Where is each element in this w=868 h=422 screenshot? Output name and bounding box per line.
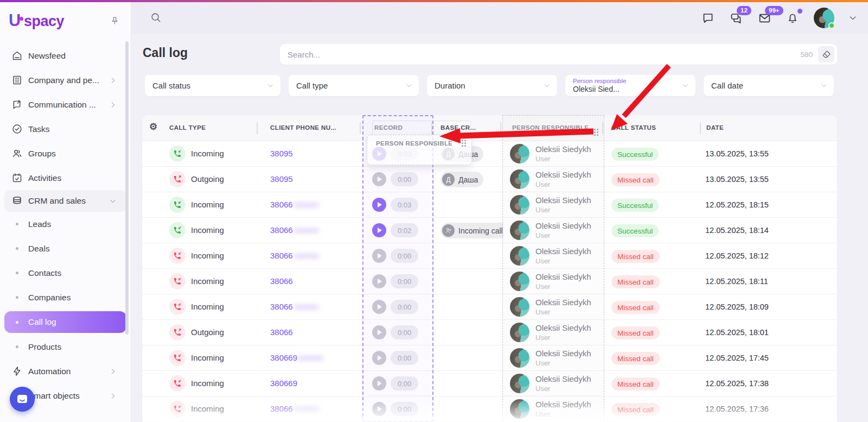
sidebar-item-contacts[interactable]: Contacts	[0, 261, 131, 285]
person-responsible-cell[interactable]: Oleksii SiedykhUser	[510, 348, 591, 368]
sidebar-item-communication[interactable]: Communication ...	[0, 92, 131, 117]
mail-badge: 99+	[765, 6, 783, 15]
person-responsible-cell[interactable]: Oleksii SiedykhUser	[510, 246, 591, 266]
table-settings-gear-icon[interactable]: ⚙	[149, 122, 158, 131]
filter-duration[interactable]: Duration	[427, 75, 557, 96]
column-header-call-status[interactable]: CALL STATUS	[611, 124, 656, 131]
call-date: 12.05.2025, 18:15	[705, 200, 769, 209]
bell-icon[interactable]	[786, 11, 800, 25]
person-responsible-cell[interactable]: Oleksii SiedykhUser	[510, 144, 591, 163]
record-play-button[interactable]	[372, 351, 386, 365]
base-crm-chip[interactable]: Д Даша	[441, 172, 483, 187]
chevron-right-icon	[109, 77, 117, 84]
sidebar-item-leads[interactable]: Leads	[0, 212, 131, 236]
client-phone-number[interactable]: 380669	[270, 353, 323, 362]
table-row[interactable]: Incoming 38066 0:00 Oleksii SiedykhUser …	[142, 243, 837, 269]
record-play-button[interactable]	[372, 300, 386, 314]
person-responsible-cell[interactable]: Oleksii SiedykhUser	[510, 374, 591, 393]
sidebar-item-deals[interactable]: Deals	[0, 236, 131, 261]
profile-chevron-down-icon[interactable]	[848, 14, 857, 22]
person-add-icon	[442, 224, 455, 237]
column-header-person-responsible[interactable]: PERSON RESPONSIBLE	[512, 124, 598, 136]
person-avatar	[510, 323, 529, 342]
person-responsible-cell[interactable]: Oleksii SiedykhUser	[510, 323, 591, 342]
record-play-button[interactable]	[372, 376, 386, 390]
person-responsible-cell[interactable]: Oleksii SiedykhUser	[510, 195, 591, 215]
client-phone-number[interactable]: 38066	[270, 327, 294, 337]
record-play-button[interactable]	[372, 198, 386, 212]
avatar[interactable]	[814, 8, 834, 28]
record-play-button[interactable]	[372, 402, 386, 416]
chip-avatar: Д	[442, 173, 455, 186]
support-chat-button[interactable]	[10, 387, 35, 412]
sidebar-item-call-log[interactable]: Call log	[4, 311, 126, 333]
client-phone-number[interactable]: 38095	[270, 149, 294, 158]
person-responsible-cell[interactable]: Oleksii SiedykhUser	[510, 169, 591, 189]
person-responsible-cell[interactable]: Oleksii SiedykhUser	[510, 272, 591, 291]
person-name: Oleksii Siedykh	[535, 221, 591, 231]
client-phone-number[interactable]: 38066	[270, 404, 319, 413]
sidebar-item-products[interactable]: Products	[0, 335, 131, 359]
clear-search-button[interactable]	[818, 46, 834, 62]
table-row[interactable]: Incoming 38066 0:00 Oleksii SiedykhUser …	[142, 269, 837, 294]
client-phone-number[interactable]: 38066	[270, 251, 319, 260]
client-phone-number[interactable]: 38066	[270, 276, 294, 286]
filter-call-date[interactable]: Call date	[704, 75, 834, 96]
table-row[interactable]: Incoming 38095 0:03 Д Даша Oleksii Siedy…	[142, 141, 837, 167]
client-phone-number[interactable]: 38066	[270, 200, 319, 209]
client-phone-number[interactable]: 38066	[270, 225, 319, 235]
column-header-base-crm[interactable]: BASE CR...	[441, 124, 476, 131]
table-row[interactable]: Incoming 380669 0:00 Oleksii SiedykhUser…	[142, 371, 837, 396]
record-play-button[interactable]	[372, 325, 386, 339]
column-header-client-phone[interactable]: CLIENT PHONE NU...	[270, 124, 336, 131]
pin-sidebar-icon[interactable]	[108, 14, 121, 27]
table-row[interactable]: Incoming 38066 0:03 Oleksii SiedykhUser …	[142, 192, 837, 218]
column-header-date[interactable]: DATE	[706, 124, 724, 131]
client-phone-number[interactable]: 38095	[270, 174, 294, 184]
sidebar-scrollbar[interactable]	[125, 41, 129, 335]
sidebar-item-crm-and-sales[interactable]: CRM and sales	[4, 190, 126, 212]
table-row[interactable]: Incoming 38066 0:00 Oleksii SiedykhUser …	[142, 396, 837, 422]
sidebar-item-automation[interactable]: Automation	[0, 359, 131, 383]
person-responsible-cell[interactable]: Oleksii SiedykhUser	[510, 399, 591, 419]
global-search-icon[interactable]	[150, 11, 162, 26]
filter-call-status[interactable]: Call status	[145, 75, 280, 96]
filter-call-type[interactable]: Call type	[289, 75, 419, 96]
table-row[interactable]: Incoming 38066 0:00 Oleksii SiedykhUser …	[142, 294, 837, 320]
column-header-call-type[interactable]: CALL TYPE	[169, 124, 206, 131]
sidebar-item-activities[interactable]: Activities	[0, 166, 131, 190]
call-status-cell: Missed call	[611, 301, 660, 314]
base-crm-chip[interactable]: Incoming call	[441, 223, 503, 238]
comment-icon[interactable]	[701, 11, 715, 25]
drag-handle-icon[interactable]	[594, 129, 598, 136]
column-header-record[interactable]: RECORD	[374, 124, 403, 131]
table-row[interactable]: Outgoing 38066 0:00 Oleksii SiedykhUser …	[142, 320, 837, 345]
table-row[interactable]: Incoming 380669 0:00 Oleksii SiedykhUser…	[142, 345, 837, 371]
sidebar-item-groups[interactable]: Groups	[0, 141, 131, 166]
table-row[interactable]: Incoming 38066 0:02 Incoming call Oleksi…	[142, 218, 837, 243]
chats-icon[interactable]: 12	[729, 11, 743, 25]
sidebar-item-tasks[interactable]: Tasks	[0, 117, 131, 141]
record-play-button[interactable]	[372, 249, 386, 263]
record-play-button[interactable]	[372, 223, 386, 237]
sidebar-item-companies[interactable]: Companies	[0, 285, 131, 310]
client-phone-number[interactable]: 38066	[270, 302, 319, 311]
sidebar-item-newsfeed[interactable]: Newsfeed	[0, 43, 131, 68]
search-input[interactable]: Search... 580	[280, 44, 837, 65]
record-duration: 0:00	[391, 351, 418, 365]
call-status-cell: Missed call	[611, 275, 660, 288]
activities-icon	[11, 172, 23, 184]
uspacy-logo[interactable]: Uspacy	[9, 11, 64, 30]
table-row[interactable]: Outgoing 38095 0:00 Д Даша Oleksii Siedy…	[142, 167, 837, 192]
person-responsible-cell[interactable]: Oleksii SiedykhUser	[510, 221, 591, 240]
sidebar-item-company-and-people[interactable]: Company and pe...	[0, 68, 131, 92]
record-play-button[interactable]	[372, 274, 386, 288]
record-play-button[interactable]	[372, 172, 386, 186]
redacted-phone-blur	[294, 201, 319, 207]
client-phone-number[interactable]: 380669	[270, 379, 298, 388]
search-result-count: 580	[800, 51, 813, 59]
filter-person-responsible[interactable]: Person responsible Oleksii Sied...	[565, 75, 695, 96]
person-responsible-cell[interactable]: Oleksii SiedykhUser	[510, 297, 591, 317]
dragged-column-ghost[interactable]: PERSON RESPONSIBLE	[367, 135, 472, 165]
mail-icon[interactable]: 99+	[757, 11, 771, 25]
